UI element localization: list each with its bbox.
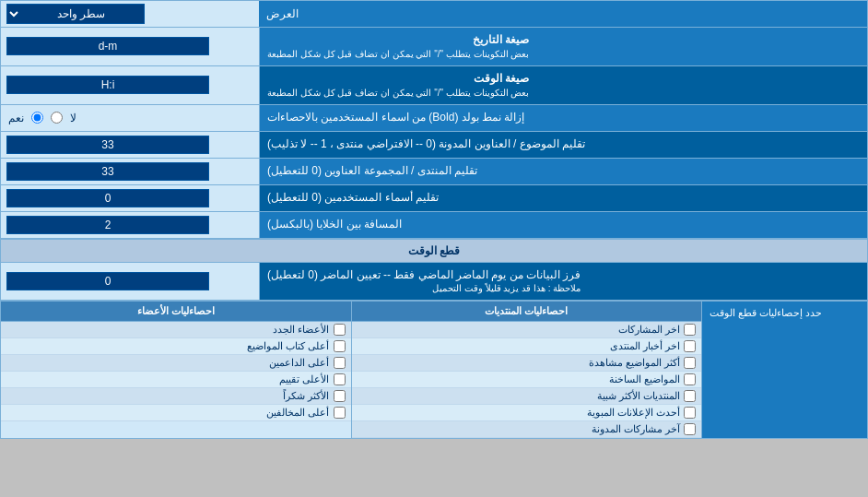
cutoff-label: فرز البيانات من يوم الماضر الماضي فقط --… <box>259 263 867 301</box>
posts-spacing-input-cell <box>1 212 259 238</box>
stats-section: حدد إحصاءليات قطع الوقت احصاءليات المنتد… <box>1 301 867 438</box>
topics-order-label-text: تقليم الموضوع / العناوين المدونة (0 -- ا… <box>267 136 585 152</box>
cutoff-row: فرز البيانات من يوم الماضر الماضي فقط --… <box>1 263 867 302</box>
stats-col1-item-1: اخر المشاركات <box>352 322 702 338</box>
usernames-trim-label-text: تقليم أسماء المستخدمين (0 للتعطيل) <box>267 190 439 206</box>
checkbox-most-thanked[interactable] <box>334 390 346 402</box>
stats-col2-item-1: الأعضاء الجدد <box>1 322 351 338</box>
stats-col1-item-2: اخر أخبار المنتدى <box>352 338 702 355</box>
topics-order-input-cell <box>1 132 259 158</box>
date-format-label: صيغة التاريخ بعض التكوينات يتطلب "/" الت… <box>259 28 867 65</box>
checkbox-forum-news[interactable] <box>684 340 696 352</box>
section-header: قطع الوقت <box>1 239 867 263</box>
forum-group-label: تقليم المنتدى / المجموعة العناوين (0 للت… <box>259 159 867 184</box>
posts-spacing-row: المسافة بين الخلايا (بالبكسل) <box>1 212 867 239</box>
top-label-text: العرض <box>266 7 299 20</box>
posts-spacing-label: المسافة بين الخلايا (بالبكسل) <box>259 212 867 238</box>
bold-remove-row: إزالة نمط بولد (Bold) من اسماء المستخدمي… <box>1 105 867 132</box>
checkbox-top-rated[interactable] <box>334 373 346 385</box>
bold-remove-label: إزالة نمط بولد (Bold) من اسماء المستخدمي… <box>259 105 867 131</box>
stats-col2-header: احصاءليات الأعضاء <box>1 302 351 322</box>
top-label: العرض <box>259 1 867 27</box>
checkbox-top-violators[interactable] <box>334 407 346 419</box>
topics-order-label: تقليم الموضوع / العناوين المدونة (0 -- ا… <box>259 132 867 158</box>
forum-group-input[interactable] <box>6 162 209 181</box>
radio-no-label: لا <box>70 112 76 124</box>
top-select-cell: سطر واحد سطرين ثلاثة أسطر <box>1 1 259 27</box>
usernames-trim-input[interactable] <box>6 189 209 207</box>
stats-col2-item-2: أعلى كتاب المواضيع <box>1 338 351 355</box>
date-format-input[interactable] <box>6 37 209 55</box>
topics-order-input[interactable] <box>6 136 209 154</box>
time-format-input-cell <box>1 66 259 104</box>
cutoff-label-line1: فرز البيانات من يوم الماضر الماضي فقط --… <box>267 267 581 283</box>
usernames-trim-row: تقليم أسماء المستخدمين (0 للتعطيل) <box>1 185 867 212</box>
posts-spacing-label-text: المسافة بين الخلايا (بالبكسل) <box>267 217 402 232</box>
forum-group-input-cell <box>1 159 259 184</box>
checkbox-recent-announces[interactable] <box>684 407 696 419</box>
stats-col1-item-4: المواضيع الساخنة <box>352 372 702 388</box>
stats-col2: احصاءليات الأعضاء الأعضاء الجدد أعلى كتا… <box>1 302 351 438</box>
stats-col1-header: احصاءليات المنتديات <box>352 302 702 322</box>
stats-col2-item-3: أعلى الداعمين <box>1 355 351 372</box>
time-format-label: صيغة الوقت بعض التكوينات يتطلب "/" التي … <box>259 66 867 104</box>
checkbox-hot-topics[interactable] <box>684 373 696 385</box>
radio-yes-label: نعم <box>8 112 24 124</box>
main-container: العرض سطر واحد سطرين ثلاثة أسطر صيغة الت… <box>0 0 868 439</box>
section-header-text: قطع الوقت <box>408 244 460 257</box>
date-format-label-line1: صيغة التاريخ <box>267 32 529 48</box>
topics-order-row: تقليم الموضوع / العناوين المدونة (0 -- ا… <box>1 132 867 159</box>
cutoff-input[interactable] <box>6 272 209 290</box>
bold-remove-radio-cell: لا نعم <box>1 105 259 131</box>
forum-group-row: تقليم المنتدى / المجموعة العناوين (0 للت… <box>1 159 867 185</box>
stats-main-label-text: حدد إحصاءليات قطع الوقت <box>710 307 822 319</box>
stats-col2-item-6: أعلى المخالفين <box>1 405 351 421</box>
stats-main-label: حدد إحصاءليات قطع الوقت <box>701 302 867 438</box>
view-select[interactable]: سطر واحد سطرين ثلاثة أسطر <box>6 4 145 24</box>
posts-spacing-input[interactable] <box>6 216 209 234</box>
checkbox-top-donors[interactable] <box>334 357 346 369</box>
forum-group-label-text: تقليم المنتدى / المجموعة العناوين (0 للت… <box>267 163 477 179</box>
usernames-trim-label: تقليم أسماء المستخدمين (0 للتعطيل) <box>259 185 867 211</box>
date-format-label-line2: بعض التكوينات يتطلب "/" التي يمكن ان تضا… <box>267 48 529 61</box>
time-format-input[interactable] <box>6 76 209 94</box>
date-format-row: صيغة التاريخ بعض التكوينات يتطلب "/" الت… <box>1 28 867 66</box>
date-format-input-cell <box>1 28 259 65</box>
checkbox-most-viewed[interactable] <box>684 357 696 369</box>
stats-col2-item-4: الأعلى تقييم <box>1 372 351 388</box>
time-format-label-line1: صيغة الوقت <box>267 71 529 87</box>
stats-col1-item-3: أكثر المواضيع مشاهدة <box>352 355 702 372</box>
usernames-trim-input-cell <box>1 185 259 211</box>
stats-col1: احصاءليات المنتديات اخر المشاركات اخر أخ… <box>351 302 702 438</box>
time-format-label-line2: بعض التكوينات يتطلب "/" التي يمكن ان تضا… <box>267 87 529 100</box>
stats-col1-item-7: آخر مشاركات المدونة <box>352 421 702 438</box>
checkbox-top-posters[interactable] <box>334 340 346 352</box>
radio-no[interactable] <box>51 112 63 124</box>
checkbox-most-similar[interactable] <box>684 390 696 402</box>
cutoff-input-cell <box>1 263 259 301</box>
checkbox-blog-posts[interactable] <box>684 423 696 435</box>
top-row: العرض سطر واحد سطرين ثلاثة أسطر <box>1 1 867 28</box>
radio-yes[interactable] <box>31 112 43 124</box>
cutoff-label-line2: ملاحظة : هذا قد يزيد قليلاً وقت التحميل <box>267 282 581 295</box>
stats-col2-item-5: الأكثر شكراً <box>1 388 351 405</box>
time-format-row: صيغة الوقت بعض التكوينات يتطلب "/" التي … <box>1 66 867 105</box>
checkbox-last-posts[interactable] <box>684 324 696 336</box>
bold-remove-label-text: إزالة نمط بولد (Bold) من اسماء المستخدمي… <box>267 110 524 125</box>
checkbox-new-members[interactable] <box>334 324 346 336</box>
stats-col1-item-5: المنتديات الأكثر شبية <box>352 388 702 405</box>
stats-col1-item-6: أحدث الإعلانات المبوية <box>352 405 702 421</box>
